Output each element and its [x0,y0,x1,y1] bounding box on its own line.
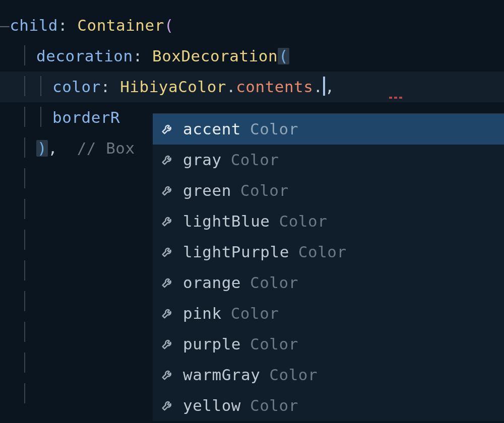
autocomplete-label: orange [183,275,241,291]
autocomplete-label: gray [183,152,222,168]
wrench-icon [160,398,175,413]
indent-guide [40,107,41,127]
indent-guide [24,199,25,219]
autocomplete-type: Color [298,244,347,260]
error-underline [389,97,404,99]
autocomplete-label: lightBlue [183,214,270,229]
autocomplete-label: purple [183,336,241,352]
wrench-icon [160,275,175,291]
autocomplete-item[interactable]: warmGrayColor [153,360,504,390]
code-line[interactable]: decoration: BoxDecoration( [0,41,504,72]
token-colon: : [101,79,120,95]
token-comma: , [48,140,57,156]
autocomplete-type: Color [250,398,298,413]
autocomplete-type: Color [231,152,279,168]
indent-guide [24,383,25,403]
autocomplete-label: accent [183,121,241,137]
autocomplete-label: warmGray [183,367,260,383]
wrench-icon [160,368,175,383]
code-line-active[interactable]: color: HibiyaColor.contents., [0,72,504,102]
wrench-icon [160,122,175,137]
token-dot: . [226,79,236,95]
autocomplete-label: lightPurple [183,244,289,260]
indent-guide [24,260,25,280]
token-colon: : [58,18,77,33]
autocomplete-type: Color [269,367,318,383]
wrench-icon [160,337,175,352]
autocomplete-item[interactable]: purpleColor [153,329,504,360]
autocomplete-type: Color [231,306,279,321]
wrench-icon [160,245,175,260]
token-keyword: color [52,79,101,95]
autocomplete-item[interactable]: lightBlueColor [153,206,504,237]
indent-guide [24,230,25,250]
autocomplete-type: Color [240,183,289,198]
autocomplete-popup[interactable]: accentColorgrayColorgreenColorlightBlueC… [153,113,504,421]
autocomplete-label: yellow [183,398,241,413]
indent-guide [40,76,41,96]
token-type: BoxDecoration [152,48,278,64]
autocomplete-item[interactable]: yellowColor [153,390,504,421]
code-editor[interactable]: —child: Container( decoration: BoxDecora… [0,0,504,409]
autocomplete-label: green [183,183,231,198]
indent-guide [24,322,25,342]
token-keyword: decoration [36,48,133,64]
wrench-icon [160,306,175,321]
autocomplete-label: pink [183,306,222,321]
autocomplete-type: Color [250,121,298,137]
token-keyword: borderR [52,110,120,125]
code-line[interactable]: —child: Container( [0,10,504,41]
token-paren: ( [278,48,289,64]
indent-guide [24,291,25,311]
token-member: contents [236,79,313,95]
token-keyword: child [10,18,58,33]
autocomplete-type: Color [250,336,298,352]
token-colon: : [133,48,152,64]
indent-guide [24,107,25,127]
autocomplete-item[interactable]: greenColor [153,175,504,206]
token-type: Container [77,18,164,33]
indent-guide [24,45,25,65]
wrench-icon [160,183,175,198]
tree-dash: — [0,18,10,33]
autocomplete-type: Color [279,214,327,229]
autocomplete-item[interactable]: lightPurpleColor [153,237,504,267]
autocomplete-item[interactable]: accentColor [153,114,504,145]
autocomplete-item[interactable]: orangeColor [153,267,504,298]
token-dot: . [313,79,323,95]
token-comma: , [325,79,335,95]
indent-guide [24,352,25,373]
indent-guide [24,137,25,158]
token-comment: // Box [57,140,135,156]
token-paren: ( [164,18,174,33]
autocomplete-type: Color [250,275,298,291]
indent-guide [24,76,25,96]
autocomplete-item[interactable]: grayColor [153,145,504,175]
wrench-icon [160,153,175,168]
token-paren: ) [36,140,48,157]
wrench-icon [160,214,175,229]
autocomplete-item[interactable]: pinkColor [153,298,504,329]
indent-guide [24,168,25,188]
token-type: HibiyaColor [120,79,226,95]
